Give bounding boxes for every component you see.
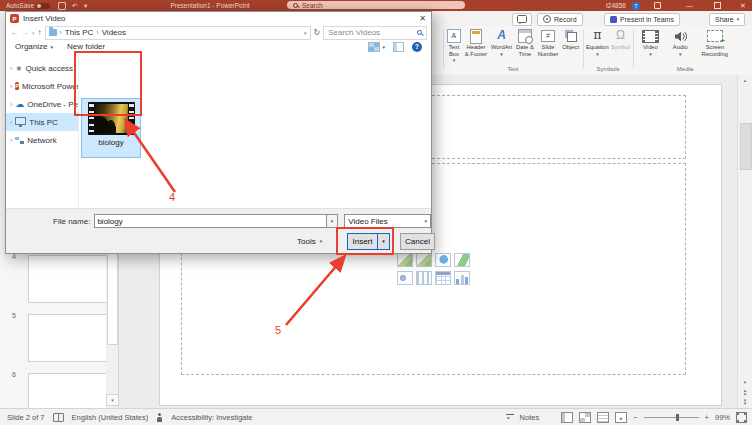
caret-down-icon[interactable]: ▾ [304, 30, 307, 36]
breadcrumb-videos[interactable]: Videos [102, 28, 126, 37]
header-footer-button[interactable]: Header & Footer [465, 28, 487, 57]
normal-view-button[interactable] [561, 412, 573, 423]
up-one-level-button[interactable]: ↑ [38, 28, 42, 37]
forward-button[interactable]: → [21, 28, 29, 37]
group-separator [583, 30, 584, 68]
date-time-button[interactable]: Date & Time [516, 28, 534, 57]
screen-recording-button[interactable]: Screen Recording [702, 28, 728, 57]
stock-images-icon[interactable] [397, 253, 413, 267]
nav-item-onedrive[interactable]: › ☁ OneDrive - Persona [6, 95, 78, 113]
dialog-search-box[interactable]: Search Videos [323, 26, 427, 40]
caret-down-icon: ▾ [744, 381, 747, 384]
accessibility-status[interactable]: Accessibility: Investigate [171, 413, 252, 422]
minimize-button[interactable]: — [686, 0, 693, 11]
share-button[interactable]: Share ▾ [709, 13, 745, 26]
file-type-dropdown[interactable]: Video Files ▾ [344, 214, 431, 228]
wordart-button[interactable]: A WordArt ▾ [491, 28, 512, 57]
insert-audio-button[interactable]: Audio ▾ [673, 28, 688, 57]
slide-thumbnail[interactable] [28, 255, 108, 303]
save-button[interactable] [58, 0, 66, 11]
nav-item-this-pc[interactable]: › This PC [6, 113, 78, 131]
insert-table-icon[interactable] [435, 271, 451, 285]
scrollbar-thumb[interactable] [107, 253, 118, 345]
history-caret[interactable]: ▾ [32, 30, 35, 36]
video-icon [642, 30, 659, 43]
record-button[interactable]: Record [537, 13, 583, 26]
cancel-button[interactable]: Cancel [400, 233, 435, 250]
zoom-in-button[interactable]: + [705, 413, 709, 422]
tools-dropdown[interactable]: Tools ▾ [297, 237, 322, 246]
caret-down-icon: ▾ [649, 52, 652, 58]
previous-slide-button[interactable]: ▴▴ [739, 387, 751, 396]
breadcrumb-this-pc[interactable]: This PC [65, 28, 93, 37]
zoom-slider[interactable] [644, 417, 699, 418]
nav-item-microsoft-powerpoint[interactable]: › P Microsoft PowerPo [6, 77, 78, 95]
restore-button[interactable] [714, 0, 721, 11]
back-button[interactable]: ← [10, 28, 18, 37]
3d-models-icon[interactable] [435, 253, 451, 267]
dialog-close-button[interactable]: ✕ [419, 14, 426, 23]
pictures-icon[interactable] [416, 253, 432, 267]
cameo-icon[interactable] [397, 271, 413, 285]
reading-view-button[interactable] [597, 412, 609, 423]
file-name-history-caret[interactable]: ▾ [327, 214, 339, 228]
ribbon-group-symbols: π Equation ▾ Ω Symbol Symbols [585, 28, 631, 72]
avatar[interactable]: T [632, 0, 640, 11]
search-bar[interactable]: Search [287, 1, 465, 9]
zoom-out-button[interactable]: − [633, 413, 637, 422]
autosave-toggle[interactable]: AutoSave [6, 0, 50, 11]
caret-up-icon: ▴ [744, 79, 747, 82]
zoom-percentage[interactable]: 99% [715, 413, 730, 422]
smartart-icon[interactable] [454, 253, 470, 267]
insert-video-icon[interactable] [416, 271, 432, 285]
ribbon-options-button[interactable] [654, 0, 661, 11]
scroll-down-button[interactable]: ▾ [106, 394, 119, 406]
slide-counter[interactable]: Slide 2 of 7 [7, 413, 45, 422]
language-label[interactable]: English (United States) [72, 413, 149, 422]
spell-check-icon[interactable] [53, 413, 64, 422]
fit-slide-button[interactable] [736, 412, 747, 423]
organize-button[interactable]: Organize ▾ [15, 42, 53, 51]
nav-item-quick-access[interactable]: › ★ Quick access [6, 59, 78, 77]
zoom-slider-thumb[interactable] [676, 414, 679, 421]
notes-button[interactable]: Notes [520, 413, 540, 422]
close-window-button[interactable]: ✕ [740, 0, 746, 11]
chevron-right-icon: › [10, 65, 12, 72]
refresh-button[interactable]: ↻ [314, 28, 321, 37]
annotation-box-insert [336, 227, 394, 255]
search-icon [417, 30, 422, 35]
powerpoint-icon: P [15, 82, 19, 90]
scroll-down-button[interactable]: ▾ [739, 378, 751, 387]
scrollbar-thumb[interactable] [740, 123, 752, 170]
quick-access-caret[interactable]: ▾ [84, 0, 87, 11]
next-slide-button[interactable]: ▾▾ [739, 397, 751, 406]
view-mode-button[interactable]: ▾ [368, 42, 385, 52]
slide-scrollbar[interactable]: ▴ ▾ ▴▴ ▾▾ [737, 75, 752, 408]
slide-sorter-view-button[interactable] [579, 412, 591, 423]
chevron-right-icon: › [10, 119, 12, 126]
nav-item-network[interactable]: › Network [6, 131, 78, 149]
undo-button[interactable]: ↶ [72, 0, 77, 11]
window-title: Presentation1 - PowerPoint [150, 0, 270, 11]
group-separator [633, 30, 634, 68]
present-in-teams-button[interactable]: Present in Teams [604, 13, 680, 26]
equation-button[interactable]: π Equation ▾ [586, 28, 609, 57]
file-name-input[interactable] [94, 214, 326, 228]
insert-video-button[interactable]: Video ▾ [642, 28, 659, 57]
slide-thumbnail[interactable] [28, 314, 108, 362]
slide-number-button[interactable]: # Slide Number [538, 28, 559, 57]
scroll-up-button[interactable]: ▴ [739, 76, 751, 85]
cancel-button-label: Cancel [405, 237, 430, 246]
slide-thumbnail[interactable] [28, 373, 108, 409]
breadcrumb[interactable]: › This PC › Videos ▾ [45, 26, 311, 40]
help-button[interactable]: ? [412, 42, 422, 52]
dialog-titlebar[interactable]: P Insert Video ✕ [6, 12, 431, 25]
comments-button[interactable] [512, 13, 532, 26]
insert-chart-icon[interactable] [454, 271, 470, 285]
text-box-button[interactable]: A Text Box ▾ [447, 28, 461, 64]
new-folder-button[interactable]: New folder [67, 42, 105, 51]
symbol-button[interactable]: Ω Symbol [611, 28, 630, 51]
slideshow-view-button[interactable]: ▸ [615, 412, 627, 423]
preview-pane-icon[interactable] [393, 42, 404, 52]
object-button[interactable]: Object [562, 28, 579, 51]
